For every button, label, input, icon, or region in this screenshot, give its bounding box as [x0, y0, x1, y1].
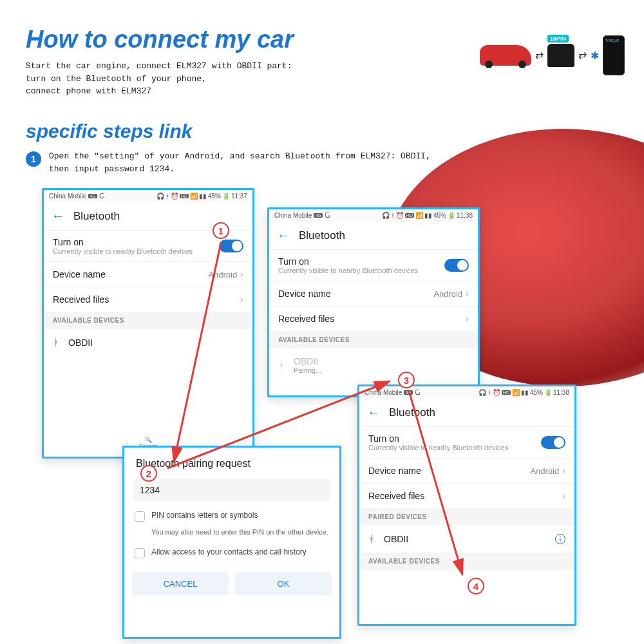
- signal-icon: ▮▮: [521, 389, 529, 396]
- device-label: OBDII: [68, 337, 93, 348]
- step-marker-2: 2: [140, 465, 157, 482]
- device-obdii-paired[interactable]: ᚼ OBDII i: [359, 526, 574, 553]
- row-label: Turn on: [278, 256, 418, 267]
- chevron-right-icon: ›: [466, 288, 469, 299]
- back-icon[interactable]: ←: [367, 405, 380, 420]
- headphone-icon: 🎧: [478, 389, 486, 396]
- status-bar: China Mobile 4G Ⴚ 🎧ᚼ⏰HD📶▮▮45%🔋11:38: [359, 386, 574, 399]
- obd-device-icon: [547, 44, 574, 67]
- phone-icon: [603, 35, 625, 75]
- badge-icon: 4G: [314, 213, 322, 218]
- device-obdii[interactable]: ᚼ OBDII: [44, 329, 252, 356]
- screen-header: ← Bluetooth: [359, 399, 574, 426]
- battery-text: 45%: [433, 212, 446, 219]
- dialog-note: You may also need to enter this PIN on t…: [124, 528, 339, 541]
- wifi-icon: 📶: [190, 193, 198, 200]
- swirl-icon: Ⴚ: [415, 389, 420, 396]
- row-label: Received files: [53, 294, 109, 305]
- cancel-button[interactable]: CANCEL: [132, 573, 229, 595]
- checkbox-label: PIN contains letters or symbols: [151, 511, 258, 520]
- checkbox-icon[interactable]: [135, 548, 145, 558]
- swirl-icon: Ⴚ: [325, 212, 330, 219]
- alarm-icon: ⏰: [171, 193, 178, 200]
- swirl-icon: Ⴚ: [99, 193, 104, 200]
- row-label: Device name: [278, 289, 331, 299]
- bluetooth-icon: ᚼ: [368, 533, 375, 545]
- screen-title: Bluetooth: [389, 406, 435, 419]
- step-number-badge: 1: [26, 151, 41, 167]
- device-status: Pairing...: [294, 366, 321, 374]
- alarm-icon: ⏰: [396, 212, 404, 219]
- time: 11:38: [457, 212, 473, 219]
- headphone-icon: 🎧: [382, 212, 390, 219]
- hd-badge: HD: [405, 213, 414, 218]
- device-name-row[interactable]: Device name Android ›: [269, 281, 478, 306]
- device-obdii-pairing[interactable]: ᚼ OBDIIPairing...: [269, 348, 478, 382]
- back-icon[interactable]: ←: [277, 228, 290, 243]
- row-value: Android: [433, 289, 462, 299]
- step-marker-3: 3: [398, 372, 415, 388]
- checkbox-icon[interactable]: [135, 511, 145, 522]
- row-label: Received files: [278, 314, 334, 324]
- received-files-row[interactable]: Received files ›: [44, 287, 252, 312]
- row-sublabel: Currently visible to nearby Bluetooth de…: [53, 247, 193, 255]
- connection-diagram: ⇄ 16PIN ⇄ ✱: [480, 35, 625, 75]
- chevron-right-icon: ›: [466, 313, 469, 325]
- pin-label: 16PIN: [547, 35, 569, 43]
- badge-icon: 4G: [404, 390, 412, 395]
- battery-icon: 🔋: [448, 212, 455, 219]
- device-label: OBDII: [384, 534, 408, 544]
- bluetooth-icon: ᚼ: [166, 193, 169, 200]
- battery-icon: 🔋: [544, 389, 552, 396]
- back-icon[interactable]: ←: [52, 209, 64, 223]
- dialog-buttons: CANCEL OK: [124, 565, 339, 603]
- pin-letters-checkbox-row[interactable]: PIN contains letters or symbols: [124, 504, 339, 528]
- allow-contacts-checkbox-row[interactable]: Allow access to your contacts and call h…: [124, 541, 339, 565]
- status-bar: China Mobile 4G Ⴚ 🎧ᚼ⏰HD📶▮▮45%🔋11:38: [269, 209, 478, 222]
- arrows-icon: ⇄: [535, 50, 544, 61]
- received-files-row[interactable]: Received files ›: [359, 483, 574, 508]
- step-marker-1: 1: [213, 222, 229, 239]
- available-section: AVAILABLE DEVICES: [269, 331, 478, 348]
- carrier: China Mobile: [49, 193, 86, 200]
- time: 11:38: [553, 389, 569, 396]
- screenshots-area: China Mobile 4G Ⴚ 🎧ᚼ⏰HD📶▮▮45%🔋11:37 ← Bl…: [0, 188, 644, 644]
- chevron-right-icon: ›: [562, 465, 565, 476]
- bluetooth-toggle[interactable]: [219, 240, 243, 252]
- chevron-right-icon: ›: [240, 294, 243, 305]
- screen-header: ← Bluetooth: [269, 222, 478, 249]
- row-label: Turn on: [368, 433, 508, 444]
- row-sublabel: Currently visible to nearby Bluetooth de…: [278, 267, 418, 274]
- device-name-row[interactable]: Device name Android ›: [359, 458, 574, 483]
- bluetooth-toggle[interactable]: [541, 436, 565, 449]
- arrows-icon: ⇄: [578, 50, 587, 61]
- carrier: China Mobile: [274, 212, 312, 219]
- screenshot-4: China Mobile 4G Ⴚ 🎧ᚼ⏰HD📶▮▮45%🔋11:38 ← Bl…: [357, 384, 576, 626]
- battery-text: 45%: [208, 193, 221, 200]
- available-section: AVAILABLE DEVICES: [359, 553, 574, 570]
- turn-on-row[interactable]: Turn onCurrently visible to nearby Bluet…: [269, 249, 478, 281]
- carrier: China Mobile: [365, 389, 402, 396]
- pin-input[interactable]: [133, 478, 330, 502]
- step-text: Open the "setting" of your Android, and …: [49, 150, 435, 177]
- available-section: AVAILABLE DEVICES: [44, 312, 252, 329]
- bluetooth-icon: ᚼ: [53, 337, 59, 348]
- step-marker-4: 4: [468, 578, 484, 594]
- bluetooth-icon: ᚼ: [278, 359, 285, 371]
- received-files-row[interactable]: Received files ›: [269, 306, 478, 331]
- bluetooth-toggle[interactable]: [444, 259, 469, 272]
- bluetooth-icon: ᚼ: [391, 212, 395, 219]
- hd-badge: HD: [502, 390, 511, 395]
- car-icon: [480, 45, 531, 66]
- bluetooth-icon: ᚼ: [488, 389, 491, 396]
- device-name-row[interactable]: Device name Android ›: [44, 261, 252, 287]
- turn-on-row[interactable]: Turn onCurrently visible to nearby Bluet…: [359, 426, 574, 458]
- ok-button[interactable]: OK: [235, 573, 332, 595]
- row-sublabel: Currently visible to nearby Bluetooth de…: [368, 444, 508, 451]
- screen-title: Bluetooth: [299, 229, 345, 242]
- info-icon[interactable]: i: [555, 534, 565, 544]
- intro-line: connect phone with ELM327: [26, 85, 644, 98]
- signal-icon: ▮▮: [199, 193, 207, 200]
- bluetooth-icon: ✱: [591, 50, 599, 62]
- screenshot-2: China Mobile 4G Ⴚ 🎧ᚼ⏰HD📶▮▮45%🔋11:38 ← Bl…: [267, 207, 480, 397]
